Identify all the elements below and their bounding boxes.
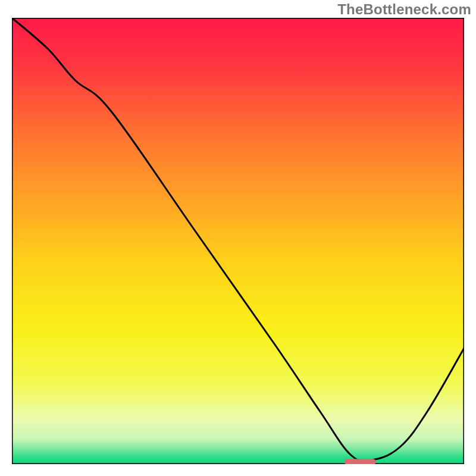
chart-svg [12, 18, 464, 464]
chart-container: TheBottleneck.com [0, 0, 476, 476]
optimum-marker [345, 459, 376, 464]
watermark-text: TheBottleneck.com [337, 1, 471, 18]
plot-area [12, 18, 464, 464]
